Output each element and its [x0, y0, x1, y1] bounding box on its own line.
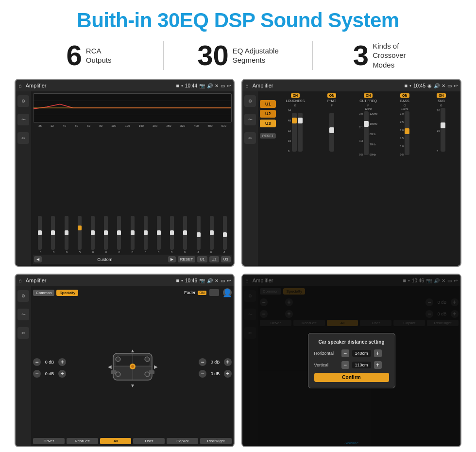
- driver-zone-btn[interactable]: Driver: [33, 438, 65, 444]
- fader-label: Fader: [184, 290, 196, 295]
- copilot-zone-btn[interactable]: Copilot: [167, 438, 198, 444]
- side-btn-s1-2[interactable]: 〜: [17, 114, 29, 125]
- ch-sub: ON SUB G 20155: [424, 93, 459, 264]
- u1-btn[interactable]: U1: [197, 256, 207, 262]
- vertical-plus-btn[interactable]: +: [374, 361, 382, 369]
- eq-slider-15[interactable]: [219, 216, 231, 251]
- screen1-topbar: ⌂ Amplifier ■ • 10:44 📷 🔊 ✕ ▭ ↩: [16, 80, 234, 91]
- loudness-slider[interactable]: [292, 113, 297, 152]
- eq-slider-4[interactable]: [74, 216, 85, 251]
- confirm-button[interactable]: Confirm: [314, 373, 389, 382]
- sub-on[interactable]: ON: [437, 93, 446, 98]
- vol-rl-plus[interactable]: +: [58, 370, 66, 378]
- x-icon-s3[interactable]: ✕: [215, 278, 219, 283]
- vol-fr-plus[interactable]: +: [224, 358, 232, 366]
- eq-slider-14[interactable]: [206, 216, 218, 251]
- all-zone-btn[interactable]: All: [100, 438, 132, 444]
- vol-fr: − 0 dB +: [199, 358, 232, 366]
- u2-button[interactable]: U2: [260, 110, 276, 118]
- arrow-right-btn[interactable]: ▶: [168, 256, 176, 262]
- home-icon-s1[interactable]: ⌂: [18, 83, 22, 88]
- cutfreq-labels: 3.02.11.30.5: [359, 112, 363, 156]
- freq-63: 63: [87, 124, 90, 127]
- eq-slider-10[interactable]: [153, 216, 165, 251]
- freq-40: 40: [63, 124, 66, 127]
- home-icon-s2[interactable]: ⌂: [245, 83, 249, 88]
- specialty-tab-s3[interactable]: Specialty: [56, 290, 78, 296]
- u3-btn[interactable]: U3: [221, 256, 231, 262]
- screen2-side: ⚙ 〜 ⇔: [242, 91, 258, 266]
- settings-circle-btn[interactable]: 👤: [223, 288, 232, 297]
- fader-slider-mini[interactable]: [209, 289, 219, 296]
- vol-fl-plus[interactable]: +: [58, 358, 66, 366]
- horizontal-plus-btn[interactable]: +: [374, 349, 382, 357]
- loudness-slider2[interactable]: [298, 113, 303, 152]
- horizontal-minus-btn[interactable]: −: [341, 349, 349, 357]
- stat-crossover-number: 3: [353, 41, 369, 70]
- x-icon-s1[interactable]: ✕: [215, 83, 219, 88]
- sub-slider[interactable]: [441, 108, 445, 152]
- side-s3-2[interactable]: 〜: [17, 309, 29, 320]
- common-tab-s3[interactable]: Common: [33, 290, 54, 296]
- stats-row: 6 RCAOutputs 30 EQ AdjustableSegments 3 …: [15, 41, 461, 70]
- eq-slider-7[interactable]: [113, 216, 125, 251]
- vol-fr-minus[interactable]: −: [199, 358, 206, 366]
- loc-icon-s2: ◉: [427, 83, 432, 88]
- cutfreq-on[interactable]: ON: [364, 93, 373, 98]
- side-s2-1[interactable]: ⚙: [244, 95, 256, 107]
- home-icon-s3[interactable]: ⌂: [18, 278, 22, 283]
- eq-slider-3[interactable]: [60, 216, 72, 251]
- vol-rr-minus[interactable]: −: [199, 370, 206, 378]
- fader-on-badge[interactable]: ON: [198, 291, 207, 295]
- eq-slider-11[interactable]: [166, 216, 178, 251]
- screen3-topbar-right: 📷 🔊 ✕ ▭ ↩: [199, 278, 231, 283]
- screen2-time: 10:45: [413, 83, 425, 88]
- eq-slider-6[interactable]: [100, 216, 112, 251]
- side-s3-3[interactable]: ⇔: [17, 327, 29, 339]
- eq-slider-5[interactable]: [87, 216, 99, 251]
- x-icon-s2[interactable]: ✕: [442, 83, 445, 88]
- side-btn-s1-1[interactable]: ⚙: [17, 95, 29, 107]
- back-icon-s1[interactable]: ↩: [227, 83, 231, 88]
- vol-rl: − 0 dB +: [33, 370, 66, 378]
- vol-rr-plus[interactable]: +: [224, 370, 232, 378]
- screen2-content: U1 U2 U3 RESET ON LOUDNESS G: [258, 91, 460, 266]
- side-s2-2[interactable]: 〜: [244, 114, 256, 125]
- bass-slider[interactable]: [405, 111, 409, 155]
- back-icon-s3[interactable]: ↩: [227, 278, 231, 283]
- vol-rl-minus[interactable]: −: [33, 370, 41, 378]
- eq-slider-8[interactable]: [126, 216, 138, 251]
- bass-on[interactable]: ON: [400, 93, 409, 98]
- side-btn-s1-3[interactable]: ⇔: [17, 132, 29, 144]
- phat-on[interactable]: ON: [327, 93, 337, 98]
- vertical-value: 110cm: [352, 362, 371, 368]
- u2-btn[interactable]: U2: [209, 256, 219, 262]
- reset-s2-btn[interactable]: RESET: [260, 133, 276, 139]
- vol-rl-val: 0 dB: [42, 371, 57, 376]
- side-s3-1[interactable]: ⚙: [17, 290, 29, 302]
- eq-slider-1[interactable]: [34, 216, 46, 251]
- side-s2-3[interactable]: ⇔: [244, 132, 256, 144]
- eq-slider-12[interactable]: [179, 216, 191, 251]
- reset-btn[interactable]: RESET: [178, 256, 196, 262]
- eq-slider-13[interactable]: [192, 216, 204, 251]
- eq-main: 25 32 40 50 63 80 100 125 160 200 250 32…: [31, 91, 234, 266]
- eq-chart-svg: [34, 94, 231, 122]
- vol-fr-val: 0 dB: [208, 360, 222, 365]
- vol-fl-minus[interactable]: −: [33, 358, 41, 366]
- back-icon-s2[interactable]: ↩: [454, 83, 458, 88]
- phat-slider[interactable]: [329, 113, 334, 152]
- user-zone-btn[interactable]: User: [133, 438, 165, 444]
- arrow-left-btn[interactable]: ◀: [34, 256, 42, 262]
- eq-chart: [33, 93, 232, 122]
- cutfreq-slider[interactable]: [364, 111, 369, 155]
- eq-slider-9[interactable]: [140, 216, 152, 251]
- rearright-zone-btn[interactable]: RearRight: [200, 438, 232, 444]
- u3-button[interactable]: U3: [260, 120, 276, 127]
- rearleft-zone-btn[interactable]: RearLeft: [67, 438, 98, 444]
- vertical-minus-btn[interactable]: −: [341, 361, 349, 369]
- loudness-on[interactable]: ON: [291, 93, 300, 98]
- u1-button[interactable]: U1: [260, 100, 276, 108]
- ch-phat: ON PHAT F: [314, 93, 349, 264]
- eq-slider-2[interactable]: [47, 216, 59, 251]
